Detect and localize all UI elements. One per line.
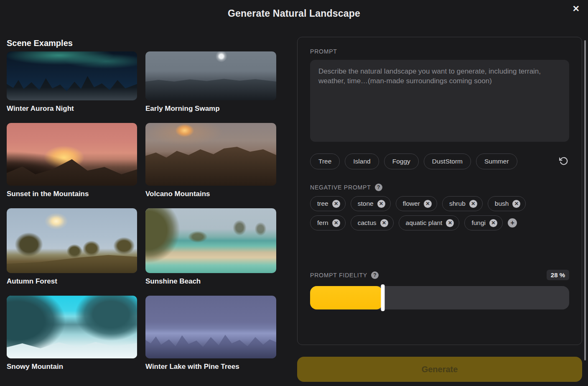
prompt-section: PROMPT Tree Island Foggy DustStorm xyxy=(297,27,582,382)
remove-tag-icon[interactable]: ✕ xyxy=(469,200,477,208)
negative-tag-label: shrub xyxy=(449,200,466,207)
remove-tag-icon[interactable]: ✕ xyxy=(446,219,454,227)
fidelity-value-badge: 28 % xyxy=(547,270,569,280)
scene-card[interactable]: Snowy Mountain xyxy=(7,296,137,371)
scene-label: Winter Lake with Pine Trees xyxy=(145,363,276,371)
suggestion-chip[interactable]: Foggy xyxy=(384,153,419,169)
scene-card[interactable]: Winter Aurora Night xyxy=(7,51,137,113)
modal-title: Generate Natural Landscape xyxy=(228,8,360,19)
prompt-suggestions-row: Tree Island Foggy DustStorm Summer xyxy=(310,153,569,169)
scene-card[interactable]: Early Morning Swamp xyxy=(145,51,276,113)
prompt-panel: PROMPT Tree Island Foggy DustStorm xyxy=(297,37,582,345)
negative-tag[interactable]: stone ✕ xyxy=(351,196,391,211)
remove-tag-icon[interactable]: ✕ xyxy=(332,219,340,227)
scene-thumbnail[interactable] xyxy=(145,123,276,186)
negative-tag-label: cactus xyxy=(358,219,377,227)
negative-prompt-help-icon[interactable]: ? xyxy=(375,184,382,191)
scene-card[interactable]: Sunset in the Mountains xyxy=(7,123,137,198)
scene-thumbnail[interactable] xyxy=(7,208,137,273)
remove-tag-icon[interactable]: ✕ xyxy=(489,219,497,227)
scene-thumbnail[interactable] xyxy=(7,123,137,186)
refresh-icon xyxy=(559,156,568,166)
fidelity-label: PROMPT FIDELITY xyxy=(310,272,367,279)
scene-card[interactable]: Sunshine Beach xyxy=(145,208,276,286)
negative-tag[interactable]: fungi ✕ xyxy=(464,215,503,230)
negative-prompt-label: NEGATIVE PROMPT xyxy=(310,184,371,191)
negative-prompt-label-row: NEGATIVE PROMPT ? xyxy=(310,184,569,191)
negative-tags-wrap: tree ✕ stone ✕ flower ✕ xyxy=(310,196,544,230)
refresh-suggestions-button[interactable] xyxy=(558,156,569,168)
close-button[interactable]: ✕ xyxy=(568,2,584,15)
negative-tag[interactable]: fern ✕ xyxy=(310,215,346,230)
suggestion-chip[interactable]: DustStorm xyxy=(424,153,471,169)
negative-tag[interactable]: shrub ✕ xyxy=(442,196,483,211)
prompt-input[interactable] xyxy=(310,60,569,142)
scene-label: Autumn Forest xyxy=(7,277,137,286)
scene-label: Sunset in the Mountains xyxy=(7,190,137,198)
scene-card[interactable]: Winter Lake with Pine Trees xyxy=(145,296,276,371)
negative-tag[interactable]: bush ✕ xyxy=(488,196,526,211)
scene-label: Volcano Mountains xyxy=(145,190,276,198)
remove-tag-icon[interactable]: ✕ xyxy=(512,200,520,208)
scene-examples-section: Scene Examples Winter Aurora Night Early… xyxy=(7,27,276,382)
remove-tag-icon[interactable]: ✕ xyxy=(377,200,385,208)
negative-tag-label: bush xyxy=(495,200,509,207)
scrollbar-thumb[interactable] xyxy=(584,40,586,360)
negative-tag-label: fern xyxy=(317,219,328,227)
negative-tag-label: aquatic plant xyxy=(406,219,443,227)
remove-tag-icon[interactable]: ✕ xyxy=(332,200,340,208)
fidelity-slider-handle[interactable] xyxy=(381,284,384,311)
negative-tag[interactable]: flower ✕ xyxy=(396,196,437,211)
remove-tag-icon[interactable]: ✕ xyxy=(424,200,432,208)
scene-card[interactable]: Volcano Mountains xyxy=(145,123,276,198)
fidelity-slider-fill xyxy=(310,286,383,309)
generate-landscape-modal: Generate Natural Landscape ✕ Scene Examp… xyxy=(0,0,588,382)
suggestion-chip[interactable]: Island xyxy=(345,153,379,169)
generate-button[interactable]: Generate xyxy=(297,357,582,382)
negative-tag-label: fungi xyxy=(471,219,486,227)
scene-label: Sunshine Beach xyxy=(145,277,276,286)
scene-thumbnail[interactable] xyxy=(145,51,276,100)
remove-tag-icon[interactable]: ✕ xyxy=(380,219,388,227)
prompt-label-row: PROMPT xyxy=(310,48,569,55)
scene-thumbnail[interactable] xyxy=(145,296,276,358)
fidelity-slider[interactable] xyxy=(310,286,569,309)
fidelity-help-icon[interactable]: ? xyxy=(371,271,379,279)
modal-header: Generate Natural Landscape ✕ xyxy=(0,0,588,27)
negative-tag-label: stone xyxy=(358,200,374,207)
fidelity-label-row: PROMPT FIDELITY ? xyxy=(310,271,379,279)
scene-label: Winter Aurora Night xyxy=(7,105,137,113)
scene-label: Snowy Mountain xyxy=(7,363,137,371)
close-icon: ✕ xyxy=(572,4,580,13)
fidelity-row: PROMPT FIDELITY ? 28 % xyxy=(310,270,569,280)
scene-card[interactable]: Autumn Forest xyxy=(7,208,137,286)
prompt-label: PROMPT xyxy=(310,48,337,55)
suggestion-chip[interactable]: Summer xyxy=(476,153,517,169)
scene-grid: Winter Aurora Night Early Morning Swamp … xyxy=(7,51,276,381)
negative-tag[interactable]: aquatic plant ✕ xyxy=(399,215,460,230)
scene-thumbnail[interactable] xyxy=(7,296,137,358)
negative-tag-label: tree xyxy=(317,200,328,207)
scene-label: Early Morning Swamp xyxy=(145,105,276,113)
scene-examples-heading: Scene Examples xyxy=(7,38,276,48)
modal-content: Scene Examples Winter Aurora Night Early… xyxy=(0,27,588,382)
scene-thumbnail[interactable] xyxy=(145,208,276,273)
add-tag-button[interactable]: + xyxy=(508,218,517,228)
negative-tag-label: flower xyxy=(403,200,420,207)
negative-tag[interactable]: tree ✕ xyxy=(310,196,346,211)
negative-tag[interactable]: cactus ✕ xyxy=(351,215,394,230)
suggestion-chip[interactable]: Tree xyxy=(310,153,340,169)
scene-thumbnail[interactable] xyxy=(7,51,137,100)
